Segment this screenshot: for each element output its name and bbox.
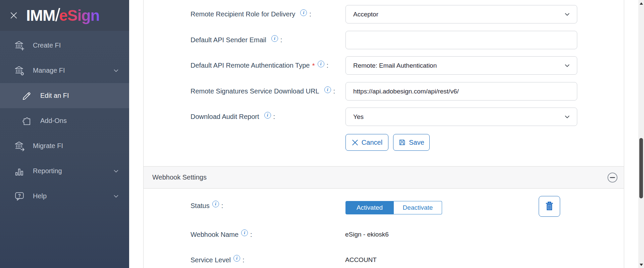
- sidebar-item-label: Edit an FI: [40, 92, 69, 99]
- remote-signatures-url-input[interactable]: [345, 82, 577, 100]
- delete-webhook-button[interactable]: [539, 196, 560, 217]
- section-title: Webhook Settings: [152, 174, 207, 181]
- sidebar-header: IMM/eSign: [0, 0, 129, 31]
- info-icon[interactable]: i: [212, 201, 219, 207]
- status-toggle: Activated Deactivate: [345, 201, 442, 214]
- default-api-sender-email-input[interactable]: [345, 31, 577, 49]
- sidebar: IMM/eSign Create FI Manage FI: [0, 0, 129, 268]
- field-label-default-api-remote-auth-type: Default API Remote Authentication Type* …: [191, 56, 328, 75]
- default-api-remote-auth-type-select[interactable]: Remote: Email Authentication: [345, 56, 577, 75]
- required-asterisk: *: [312, 62, 315, 70]
- field-label-service-level: Service Level i :: [191, 253, 245, 267]
- chevron-down-icon: [564, 62, 571, 69]
- service-level-value: ACCOUNT: [345, 253, 377, 267]
- field-label-remote-recipient-role: Remote Recipient Role for Delivery i :: [191, 5, 311, 23]
- chevron-down-icon: [564, 113, 571, 121]
- puzzle-icon: [21, 115, 33, 127]
- chevron-down-icon[interactable]: [112, 193, 120, 200]
- info-icon[interactable]: i: [324, 86, 331, 93]
- sidebar-item-label: Migrate FI: [33, 142, 63, 150]
- bank-gear-icon: [13, 65, 25, 77]
- imm-esign-logo: IMM/eSign: [26, 5, 100, 26]
- bar-chart-icon: [13, 165, 25, 177]
- sidebar-item-reporting[interactable]: Reporting: [0, 158, 129, 184]
- chevron-down-icon[interactable]: [112, 67, 120, 74]
- logo-imm: IMM: [26, 6, 55, 24]
- sidebar-item-label: Add-Ons: [40, 117, 67, 125]
- svg-text:?: ?: [18, 193, 21, 198]
- x-icon: [352, 139, 359, 146]
- info-icon[interactable]: i: [271, 35, 278, 42]
- cancel-button[interactable]: Cancel: [345, 134, 388, 151]
- sidebar-item-help[interactable]: ? Help: [0, 184, 129, 209]
- settings-panel: Remote Recipient Role for Delivery i : A…: [143, 0, 624, 268]
- download-audit-report-select[interactable]: Yes: [345, 108, 577, 126]
- info-icon[interactable]: i: [233, 255, 240, 262]
- collapse-minus-icon[interactable]: [606, 171, 619, 184]
- sidebar-item-migrate-fi[interactable]: Migrate FI: [0, 133, 129, 158]
- sidebar-item-create-fi[interactable]: Create FI: [0, 33, 129, 58]
- main-content: Remote Recipient Role for Delivery i : A…: [129, 0, 638, 268]
- scrollbar-thumb[interactable]: [639, 138, 643, 198]
- sidebar-item-manage-fi[interactable]: Manage FI: [0, 58, 129, 83]
- sidebar-item-add-ons[interactable]: Add-Ons: [0, 108, 129, 133]
- save-button[interactable]: Save: [393, 134, 430, 151]
- bank-plus-icon: [13, 40, 25, 52]
- webhook-name-value: eSign - ekiosk6: [345, 228, 389, 241]
- info-icon[interactable]: i: [300, 9, 307, 16]
- sidebar-nav: Create FI Manage FI Edit an FI: [0, 31, 129, 209]
- info-icon[interactable]: i: [264, 112, 271, 119]
- floppy-disk-icon: [398, 139, 406, 146]
- sidebar-item-edit-an-fi[interactable]: Edit an FI: [0, 83, 129, 108]
- field-label-download-audit-report: Download Audit Report i :: [191, 108, 275, 126]
- status-activated-button[interactable]: Activated: [345, 201, 394, 214]
- status-deactivate-button[interactable]: Deactivate: [394, 201, 442, 214]
- chevron-down-icon[interactable]: [112, 168, 120, 175]
- logo-esign: eSign: [59, 6, 99, 24]
- sidebar-item-label: Reporting: [33, 167, 62, 175]
- field-label-remote-signatures-url: Remote Signatures Service Download URL i…: [191, 82, 335, 100]
- field-label-status: Status i :: [191, 199, 223, 212]
- trash-icon: [543, 200, 555, 212]
- info-icon[interactable]: i: [241, 229, 248, 236]
- logo-slash: /: [55, 4, 60, 25]
- remote-recipient-role-select[interactable]: Acceptor: [345, 5, 577, 23]
- info-icon[interactable]: i: [318, 61, 324, 67]
- help-bubble-icon: ?: [13, 190, 25, 202]
- bank-arrow-icon: [13, 140, 25, 152]
- scrollbar[interactable]: [638, 0, 644, 268]
- sidebar-item-label: Help: [33, 192, 47, 200]
- chevron-down-icon: [564, 11, 571, 18]
- sidebar-item-label: Create FI: [33, 42, 61, 49]
- field-label-default-api-sender-email: Default API Sender Email i :: [191, 31, 282, 49]
- scroll-down-arrow-icon[interactable]: [638, 262, 644, 267]
- field-label-webhook-name: Webhook Name i :: [191, 228, 252, 241]
- webhook-settings-section-header[interactable]: Webhook Settings: [144, 166, 624, 189]
- close-icon[interactable]: [9, 10, 19, 20]
- sidebar-item-label: Manage FI: [33, 67, 65, 74]
- pencil-icon: [21, 90, 33, 102]
- scroll-up-arrow-icon[interactable]: [638, 1, 644, 6]
